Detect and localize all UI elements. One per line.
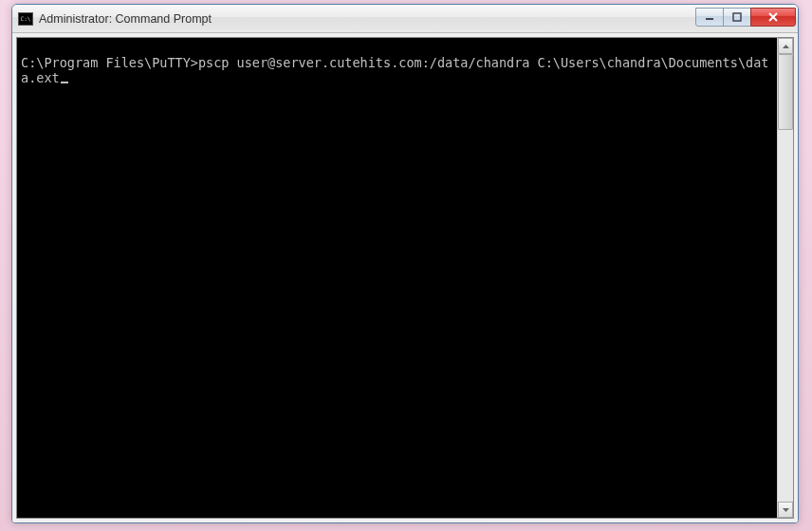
command-prompt-window: Administrator: Command Prompt C:\Program… <box>11 4 799 523</box>
scroll-up-button[interactable] <box>778 38 793 54</box>
svg-marker-4 <box>783 45 789 48</box>
prompt-text: C:\Program Files\PuTTY> <box>21 55 198 70</box>
blank-line <box>21 40 773 55</box>
svg-rect-1 <box>733 13 741 21</box>
svg-marker-5 <box>783 508 789 512</box>
minimize-icon <box>705 12 714 22</box>
maximize-button[interactable] <box>723 8 751 27</box>
close-button[interactable] <box>750 8 796 27</box>
minimize-button[interactable] <box>695 8 724 27</box>
app-icon <box>18 12 33 26</box>
close-icon <box>767 12 779 22</box>
scrollbar-track[interactable] <box>778 54 793 502</box>
console-wrap: C:\Program Files\PuTTY>pscp user@server.… <box>16 37 794 519</box>
console-output[interactable]: C:\Program Files\PuTTY>pscp user@server.… <box>17 38 777 518</box>
chevron-down-icon <box>783 508 789 512</box>
window-title: Administrator: Command Prompt <box>39 12 696 26</box>
titlebar[interactable]: Administrator: Command Prompt <box>12 5 798 33</box>
chevron-up-icon <box>783 45 789 48</box>
window-controls <box>696 8 796 27</box>
text-cursor <box>61 82 68 83</box>
vertical-scrollbar[interactable] <box>777 38 793 518</box>
client-area: C:\Program Files\PuTTY>pscp user@server.… <box>12 33 798 522</box>
scrollbar-thumb[interactable] <box>778 54 793 130</box>
scroll-down-button[interactable] <box>778 502 793 518</box>
maximize-icon <box>732 12 742 22</box>
